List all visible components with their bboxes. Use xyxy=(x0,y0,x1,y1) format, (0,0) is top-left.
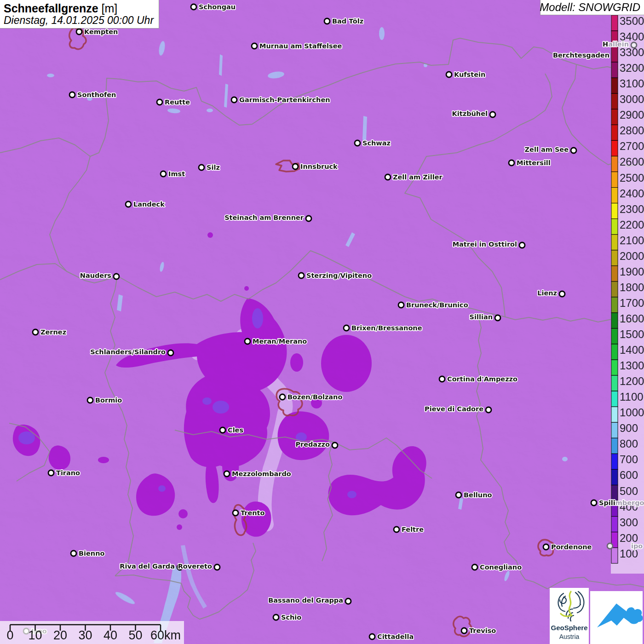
city-label: Sonthofen xyxy=(77,91,116,98)
colorbar-tick-label: 1600 xyxy=(620,312,644,325)
colorbar-tick-label: 1100 xyxy=(620,391,644,403)
colorbar-segment xyxy=(611,485,618,501)
colorbar-segment xyxy=(611,391,618,407)
city-marker xyxy=(486,407,491,413)
city-label: Belluno xyxy=(464,491,492,499)
colorbar-tick-label: 1900 xyxy=(620,265,644,278)
colorbar-tick-label: 2600 xyxy=(620,155,644,168)
city-marker xyxy=(385,174,391,180)
colorbar-segment xyxy=(611,517,618,532)
city-marker xyxy=(446,72,452,77)
scale-label: 50 xyxy=(128,628,142,643)
colorbar-segment xyxy=(611,109,618,125)
city-marker xyxy=(245,339,250,344)
city-marker xyxy=(456,492,461,498)
city-marker xyxy=(233,510,238,516)
city-label: Sillian xyxy=(470,313,493,321)
colorbar-tick-label: 3000 xyxy=(620,93,644,105)
colorbar-tick-label: 2700 xyxy=(620,140,644,152)
city-label: Nauders xyxy=(80,272,111,279)
colorbar-segment xyxy=(611,422,618,438)
city-marker xyxy=(306,216,311,221)
city-label: Schwaz xyxy=(362,139,391,147)
geosphere-swirl-icon xyxy=(550,588,589,624)
colorbar-segment xyxy=(611,172,618,188)
tirol-mountain-icon xyxy=(590,591,643,644)
colorbar-tick-label: 300 xyxy=(620,516,638,529)
city-marker xyxy=(398,302,404,308)
city-label: Schio xyxy=(281,614,301,621)
city-marker xyxy=(559,291,565,297)
colorbar-tick-label: 2900 xyxy=(620,109,644,121)
city-label: Riva del Garda xyxy=(120,563,175,570)
city-label: Garmisch-Partenkirchen xyxy=(239,96,330,104)
snowfall-limit-map[interactable]: 3500340033003200310030002900280027002600… xyxy=(0,0,644,644)
colorbar-tick-label: 1400 xyxy=(620,344,644,356)
city-label: Zell am Ziller xyxy=(393,173,443,181)
city-marker xyxy=(87,397,93,403)
city-label: Bienno xyxy=(79,550,105,557)
colorbar-tick-label: 1500 xyxy=(620,328,644,340)
colorbar-segment xyxy=(611,78,618,93)
city-label: Bozen/Bolzano xyxy=(288,393,342,401)
city-marker xyxy=(369,634,375,639)
colorbar-segment xyxy=(611,235,618,250)
city-marker xyxy=(324,18,330,24)
colorbar-tick-label: 3300 xyxy=(620,46,644,58)
colorbar-segment xyxy=(611,140,618,156)
city-label: Kempten xyxy=(84,28,118,35)
city-label: Bormio xyxy=(95,397,122,404)
city-marker xyxy=(591,500,597,506)
city-marker xyxy=(191,4,196,10)
city-label: Bad Tölz xyxy=(332,17,363,25)
colorbar-tick-label: 2200 xyxy=(620,218,644,231)
city-marker xyxy=(157,99,162,105)
city-marker xyxy=(126,201,131,207)
colorbar-tick-label: 1300 xyxy=(620,359,644,372)
colorbar-tick-label: 2400 xyxy=(620,187,644,200)
city-label: Schongau xyxy=(199,3,236,11)
city-label: Bruneck/Brunico xyxy=(406,301,468,309)
city-label: Cles xyxy=(228,426,243,434)
city-label: Innsbruck xyxy=(300,163,338,170)
colorbar-segment xyxy=(611,454,618,469)
colorbar-tick-label: 2300 xyxy=(620,203,644,215)
city-label: Matrei in Osttirol xyxy=(453,241,517,248)
colorbar-segment xyxy=(611,469,618,485)
colorbar-segment xyxy=(611,250,618,266)
city-marker xyxy=(355,140,360,146)
city-label: Treviso xyxy=(469,627,496,634)
city-label: ipo xyxy=(631,542,643,550)
scale-label: 60km xyxy=(150,628,181,643)
city-label: Landeck xyxy=(133,201,165,208)
city-marker xyxy=(220,427,225,433)
colorbar-segment xyxy=(611,407,618,422)
city-marker xyxy=(472,564,477,570)
colorbar-segment xyxy=(611,328,618,344)
city-marker xyxy=(214,564,220,570)
city-label: Schlanders/Silandro xyxy=(90,348,166,356)
city-marker xyxy=(461,628,467,633)
colorbar-segment xyxy=(611,344,618,360)
city-marker xyxy=(224,471,230,477)
colorbar-tick-label: 900 xyxy=(620,422,638,434)
colorbar-segment xyxy=(611,203,618,219)
city-label: Rovereto xyxy=(178,563,212,570)
city-label: Hallein xyxy=(603,40,629,48)
city-marker xyxy=(48,470,54,476)
colorbar-segment xyxy=(611,46,618,62)
city-marker xyxy=(231,97,237,103)
city-label: Spilimbergo xyxy=(599,499,644,506)
colorbar-tick-label: 800 xyxy=(620,437,638,450)
city-label: Meran/Merano xyxy=(253,338,307,345)
city-label: Zell am See xyxy=(525,146,569,153)
city-label: Bassano del Grappa xyxy=(268,597,343,604)
city-label: Pordenone xyxy=(551,543,592,551)
city-label: Imst xyxy=(168,170,185,178)
colorbar-tick-label: 1800 xyxy=(620,281,644,293)
colorbar-segment xyxy=(611,93,618,109)
geosphere-country: Austria xyxy=(550,633,589,640)
city-marker xyxy=(252,43,257,49)
city-marker xyxy=(345,598,351,604)
colorbar-segment xyxy=(611,360,618,375)
